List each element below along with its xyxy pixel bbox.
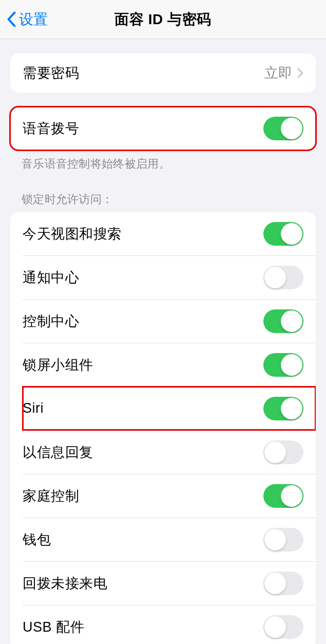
require-passcode-value: 立即 (264, 64, 292, 82)
toggle-knob (264, 267, 286, 288)
allow-access-toggle[interactable] (263, 353, 303, 377)
toggle-knob (281, 485, 302, 507)
allow-access-row: 通知中心 (23, 255, 316, 299)
allow-access-label: 以信息回复 (23, 443, 93, 462)
allow-access-toggle[interactable] (263, 484, 303, 508)
page-title: 面容 ID 与密码 (114, 10, 211, 29)
allow-access-row: Siri (23, 387, 316, 430)
allow-access-row: 以信息回复 (23, 430, 316, 474)
allow-access-toggle[interactable] (263, 309, 303, 333)
allow-access-label: 通知中心 (23, 268, 79, 287)
voice-dial-row: 语音拨号 (10, 107, 316, 150)
allow-access-label: 钱包 (23, 530, 51, 549)
allow-access-toggle[interactable] (263, 572, 303, 595)
allow-access-toggle[interactable] (263, 222, 303, 246)
toggle-knob (281, 398, 302, 419)
allow-access-label: Siri (23, 400, 44, 416)
voice-dial-toggle[interactable] (263, 117, 303, 140)
toggle-knob (281, 118, 302, 139)
allow-access-row: USB 配件 (23, 605, 316, 644)
toggle-knob (281, 223, 302, 245)
voice-dial-label: 语音拨号 (23, 119, 79, 138)
toggle-knob (264, 573, 286, 594)
allow-access-row: 锁屏小组件 (23, 343, 316, 387)
require-passcode-group: 需要密码 立即 (10, 53, 316, 93)
chevron-left-icon (6, 12, 17, 27)
allow-access-label: USB 配件 (23, 618, 84, 636)
voice-dial-group: 语音拨号 (10, 107, 316, 150)
row-right: 立即 (264, 64, 303, 82)
allow-access-header: 锁定时允许访问： (22, 192, 304, 207)
allow-access-label: 家庭控制 (23, 487, 79, 505)
content: 需要密码 立即 语音拨号 音乐语音控制将始终被启用。 锁定时允许访问： 今天视图… (0, 53, 326, 644)
allow-access-label: 锁屏小组件 (23, 356, 93, 374)
toggle-knob (281, 310, 302, 332)
allow-access-toggle[interactable] (263, 440, 303, 464)
toggle-knob (264, 441, 286, 463)
toggle-knob (281, 354, 302, 376)
allow-access-label: 控制中心 (23, 312, 79, 330)
allow-access-toggle[interactable] (263, 266, 303, 289)
allow-access-toggle[interactable] (263, 528, 303, 551)
voice-dial-footer: 音乐语音控制将始终被启用。 (22, 156, 304, 172)
allow-access-row: 家庭控制 (23, 474, 316, 518)
chevron-right-icon (297, 68, 303, 78)
allow-access-row: 钱包 (23, 518, 316, 561)
allow-access-row: 回拨未接来电 (23, 561, 316, 605)
toggle-knob (264, 529, 286, 550)
allow-access-toggle[interactable] (263, 615, 303, 639)
back-label: 设置 (19, 10, 48, 29)
nav-bar: 设置 面容 ID 与密码 (0, 0, 326, 39)
allow-access-toggle[interactable] (263, 397, 303, 420)
allow-access-row: 今天视图和搜索 (10, 212, 316, 255)
require-passcode-row[interactable]: 需要密码 立即 (10, 53, 316, 93)
allow-access-group: 今天视图和搜索通知中心控制中心锁屏小组件Siri以信息回复家庭控制钱包回拨未接来… (10, 212, 316, 644)
allow-access-row: 控制中心 (23, 299, 316, 343)
back-button[interactable]: 设置 (6, 10, 48, 29)
toggle-knob (264, 616, 286, 638)
allow-access-label: 今天视图和搜索 (23, 225, 122, 243)
require-passcode-label: 需要密码 (23, 64, 79, 82)
allow-access-label: 回拨未接来电 (23, 574, 107, 593)
